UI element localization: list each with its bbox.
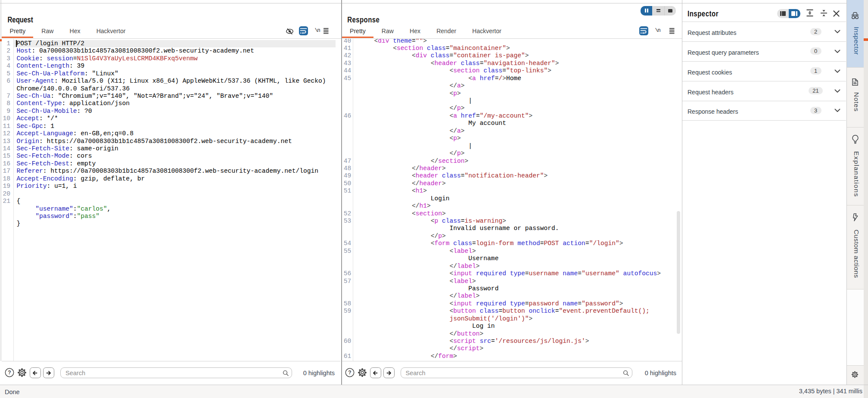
svg-text:?: ? bbox=[8, 370, 11, 376]
svg-text:?: ? bbox=[348, 370, 351, 376]
